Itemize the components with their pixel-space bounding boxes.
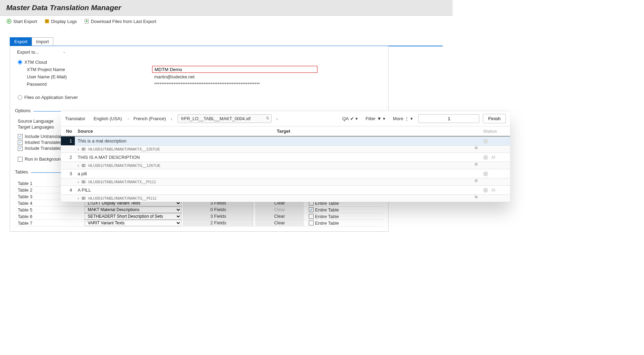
clear-button: Clear xyxy=(255,207,304,213)
play-clock-icon xyxy=(6,18,12,24)
segment-row[interactable]: 1 This is a mat description xyxy=(61,137,510,146)
status-dot-icon xyxy=(483,155,488,160)
export-to-label: Export to...- xyxy=(15,49,67,55)
status-dot-icon xyxy=(483,139,488,144)
table-select[interactable]: SETHEADERT Short Description of Sets xyxy=(85,213,181,219)
segment-status xyxy=(480,169,510,178)
status-dot-icon xyxy=(483,188,488,193)
segment-id: HLU001//TABL//MAKT//MAKTG__PI111 xyxy=(88,196,157,200)
download-icon xyxy=(84,18,89,24)
entire-table-checkbox[interactable]: Entire Table xyxy=(304,221,360,226)
target-language: French (France) xyxy=(133,116,166,121)
clear-button[interactable]: Clear xyxy=(255,220,304,226)
display-logs-button[interactable]: Display Logs xyxy=(44,18,77,24)
arrow-right-icon: → xyxy=(125,116,130,121)
entire-table-checkbox[interactable]: Entire Table xyxy=(304,214,360,219)
segment-id: HLU001//TABL//MAKT//MAKTG__1267UE xyxy=(88,163,160,168)
col-no-header: No xyxy=(61,126,75,136)
segment-id-row: › ID HLU001//TABL//MAKT//MAKTX__1267UE ⧉ xyxy=(61,146,510,153)
table-row: Table 5MAKT Material Descriptions0 Field… xyxy=(15,207,383,213)
segment-target[interactable] xyxy=(274,169,480,178)
translator-label: Translator xyxy=(65,116,85,121)
funnel-icon: ▼ xyxy=(377,116,382,121)
segment-id-row: › ID HLU001//TABL//MAKT//MAKTG__1267UE ⧉ xyxy=(61,162,510,169)
status-dot-icon xyxy=(483,171,488,176)
segment-number: 2 xyxy=(61,153,75,162)
password-label: Password xyxy=(27,82,152,87)
finish-button[interactable]: Finish xyxy=(483,114,506,123)
chevron-down-icon: ▾ xyxy=(383,116,385,121)
source-language: English (USA) xyxy=(94,116,122,121)
segment-status: M xyxy=(480,186,510,194)
tab-export[interactable]: Export xyxy=(10,37,32,46)
segment-source: This is a mat description xyxy=(75,137,274,145)
tab-import[interactable]: Import xyxy=(32,37,54,46)
segment-row[interactable]: 2 THIS IS A MAT DESCRIPTION M xyxy=(61,153,510,162)
chevron-down-icon: ▾ xyxy=(410,116,413,121)
file-selector[interactable]: frFR_LO__TABL__MAKT_0004.xlf xyxy=(178,114,272,123)
chevron-right-icon[interactable]: › xyxy=(78,147,79,151)
table-row: Table 6SETHEADERT Short Description of S… xyxy=(15,213,383,220)
next-file-button[interactable]: › xyxy=(275,116,280,122)
table-select[interactable]: MAKT Material Descriptions xyxy=(85,207,181,213)
page-title: Master Data Translation Manager xyxy=(6,3,446,12)
chevron-right-icon[interactable]: › xyxy=(78,180,79,184)
tab-strip: Export Import xyxy=(10,37,443,46)
chevron-right-icon[interactable]: › xyxy=(78,163,79,168)
translator-overlay: Translator English (USA) → French (Franc… xyxy=(61,111,510,202)
col-status-header: Status xyxy=(480,126,510,136)
segment-target[interactable] xyxy=(274,186,480,194)
table-label: Table 7 xyxy=(15,221,85,226)
copy-icon[interactable]: ⧉ xyxy=(475,178,478,185)
project-name-label: XTM Project Name xyxy=(27,67,152,72)
segment-number: 3 xyxy=(61,169,75,178)
segment-source: a pill xyxy=(75,169,274,178)
col-target-header: Target xyxy=(274,126,480,136)
more-vert-icon: ⋮ xyxy=(405,116,409,121)
segment-source: THIS IS A MAT DESCRIPTION xyxy=(75,153,274,162)
segment-number: 1 xyxy=(61,137,75,145)
qa-button[interactable]: QA ✔▾ xyxy=(340,116,360,121)
table-select[interactable]: VARIT Variant Texts xyxy=(85,220,181,226)
start-export-button[interactable]: Start Export xyxy=(6,18,37,24)
segment-row[interactable]: 4 A PILL M xyxy=(61,186,510,195)
clear-button[interactable]: Clear xyxy=(255,213,304,219)
segment-id-row: › ID HLU001//TABL//MAKT//MAKTX__PI111 ⧉ xyxy=(61,178,510,186)
segment-row[interactable]: 3 a pill xyxy=(61,169,510,178)
chevron-right-icon[interactable]: › xyxy=(78,196,79,200)
copy-icon[interactable]: ⧉ xyxy=(475,146,478,153)
filter-button[interactable]: Filter ▼▾ xyxy=(363,116,387,121)
prev-file-button[interactable]: ‹ xyxy=(170,116,174,122)
fields-button[interactable]: 3 Fields xyxy=(183,213,253,219)
segment-number: 4 xyxy=(61,186,75,194)
chevron-down-icon: ▾ xyxy=(355,116,358,121)
segment-id: HLU001//TABL//MAKT//MAKTX__PI111 xyxy=(88,180,156,184)
radio-files-server-input[interactable] xyxy=(18,95,22,100)
table-row: Table 7VARIT Variant Texts2 FieldsClearE… xyxy=(15,220,383,226)
segment-status: M xyxy=(480,153,510,162)
radio-xtm-cloud-input[interactable] xyxy=(18,60,22,64)
fields-button[interactable]: 0 Fields xyxy=(183,207,253,213)
page-input[interactable] xyxy=(418,114,479,123)
segment-status xyxy=(480,137,510,145)
project-name-input[interactable] xyxy=(152,66,317,73)
segment-target[interactable] xyxy=(274,153,480,162)
user-name-label: User Name (E-Mail) xyxy=(27,74,152,79)
radio-files-server[interactable]: Files on Application Server xyxy=(15,94,383,101)
table-label: Table 5 xyxy=(15,207,85,213)
entire-table-checkbox[interactable]: Entire Table xyxy=(304,207,360,213)
password-value: ****************************************… xyxy=(152,81,262,87)
copy-icon[interactable]: ⧉ xyxy=(475,162,478,169)
fields-button[interactable]: 2 Fields xyxy=(183,220,253,226)
copy-icon[interactable]: ⧉ xyxy=(475,195,478,202)
more-button[interactable]: More ⋮▾ xyxy=(391,116,415,121)
col-source-header: Source xyxy=(75,126,274,136)
main-toolbar: Start Export Display Logs Download Files… xyxy=(0,16,453,27)
user-name-value: martin@ludecke.net xyxy=(152,74,197,80)
segment-id: HLU001//TABL//MAKT//MAKTX__1267UE xyxy=(88,147,160,151)
download-files-button[interactable]: Download Files from Last Export xyxy=(84,18,156,24)
segment-target[interactable] xyxy=(274,137,480,145)
segment-source: A PILL xyxy=(75,186,274,194)
radio-xtm-cloud[interactable]: XTM Cloud xyxy=(15,59,383,65)
check-all-icon: ✔ xyxy=(350,116,354,121)
